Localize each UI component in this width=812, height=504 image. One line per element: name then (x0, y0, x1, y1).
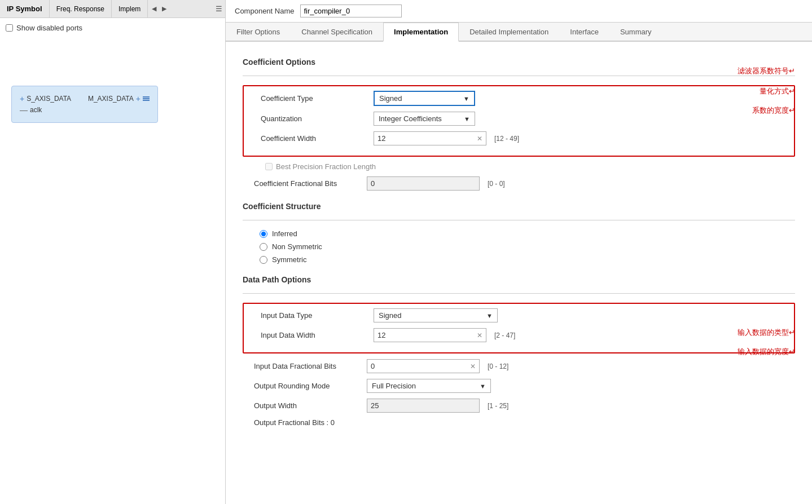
output-width-label: Output Width (254, 401, 367, 410)
show-disabled-checkbox[interactable] (6, 24, 13, 32)
input-width-row: Input Data Width 12 ✕ [2 - 47] (249, 328, 788, 342)
radio-symmetric[interactable] (260, 256, 267, 264)
radio-non-symmetric-label: Non Symmetric (272, 242, 322, 251)
coeff-frac-range: [0 - 0] (488, 180, 505, 188)
output-rounding-control: Full Precision ▼ (367, 379, 491, 393)
radio-non-symmetric[interactable] (260, 243, 267, 251)
quantization-dropdown[interactable]: Integer Coefficients ▼ (374, 112, 475, 126)
input-type-chevron: ▼ (486, 312, 493, 319)
output-rounding-row: Output Rounding Mode Full Precision ▼ (243, 379, 795, 393)
plus-icon-right[interactable]: + (136, 94, 141, 103)
tab-channel-spec[interactable]: Channel Specification (291, 23, 383, 41)
quantization-label: Quantization (261, 114, 374, 123)
input-type-label: Input Data Type (261, 311, 374, 320)
component-name-input[interactable] (300, 5, 402, 17)
coeff-width-range: [12 - 49] (494, 135, 519, 143)
input-type-control: Signed ▼ (374, 308, 498, 322)
tab-filter-options[interactable]: Filter Options (226, 23, 291, 41)
input-width-value: 12 (378, 331, 385, 339)
coeff-width-clear[interactable]: ✕ (477, 135, 482, 143)
s-axis-port: + S_AXIS_DATA (20, 94, 71, 103)
output-rounding-value: Full Precision (372, 382, 416, 390)
output-width-control: 25 [1 - 25] (367, 399, 508, 413)
coeff-type-dropdown[interactable]: Signed ▼ (374, 91, 475, 106)
radio-symmetric-label: Symmetric (272, 255, 306, 264)
left-content: Show disabled ports + S_AXIS_DATA M_AXIS… (0, 18, 225, 504)
tab-detailed-impl[interactable]: Detailed Implementation (459, 23, 559, 41)
input-frac-row: Input Data Fractional Bits 0 ✕ [0 - 12] (243, 359, 795, 373)
ip-block-row-data: + S_AXIS_DATA M_AXIS_DATA + (20, 94, 150, 103)
coeff-width-control: 12 ✕ [12 - 49] (374, 131, 519, 145)
tab-freq-response[interactable]: Freq. Response (50, 0, 112, 17)
best-precision-checkbox (265, 163, 273, 170)
input-type-row: Input Data Type Signed ▼ (249, 308, 788, 322)
best-precision-label: Best Precision Fraction Length (276, 162, 376, 171)
coeff-frac-input[interactable]: 0 (367, 176, 480, 191)
input-frac-input[interactable]: 0 ✕ (367, 359, 480, 373)
coeff-width-label: Coefficient Width (261, 134, 374, 143)
tab-implementation-left[interactable]: Implem (112, 0, 148, 17)
output-width-value: 25 (371, 401, 379, 410)
ip-diagram: + S_AXIS_DATA M_AXIS_DATA + (11, 86, 158, 123)
ip-block: + S_AXIS_DATA M_AXIS_DATA + (11, 86, 158, 123)
quantization-value: Integer Coefficients (379, 114, 442, 123)
input-width-control: 12 ✕ [2 - 47] (374, 328, 515, 342)
output-rounding-label: Output Rounding Mode (254, 382, 367, 390)
radio-non-symmetric-row: Non Symmetric (243, 242, 795, 251)
coeff-options-section: Coefficient Options Coefficient Type Sig… (243, 58, 795, 191)
show-disabled-label: Show disabled ports (16, 24, 82, 32)
tab-summary[interactable]: Summary (609, 23, 662, 41)
minus-icon: — (20, 105, 28, 114)
input-width-label: Input Data Width (261, 331, 374, 339)
radio-inferred[interactable] (260, 230, 267, 238)
ip-block-row-clk: — aclk (20, 105, 150, 114)
show-disabled-row: Show disabled ports (6, 24, 220, 32)
left-tab-bar: IP Symbol Freq. Response Implem ◀ ▶ ☰ (0, 0, 225, 18)
coeff-options-title: Coefficient Options (243, 58, 795, 67)
right-panel: Component Name Filter Options Channel Sp… (226, 0, 812, 504)
input-frac-range: [0 - 12] (488, 362, 508, 370)
output-width-input[interactable]: 25 (367, 399, 480, 413)
input-width-input[interactable]: 12 ✕ (374, 328, 486, 342)
aclk-port: — aclk (20, 105, 42, 114)
tab-ip-symbol[interactable]: IP Symbol (0, 0, 50, 17)
output-frac-row: Output Fractional Bits : 0 (243, 418, 795, 427)
coeff-width-input[interactable]: 12 ✕ (374, 131, 486, 145)
input-type-dropdown[interactable]: Signed ▼ (374, 308, 498, 322)
coeff-type-control: Signed ▼ (374, 91, 475, 106)
bus-icon-right (143, 96, 150, 101)
quantization-control: Integer Coefficients ▼ (374, 112, 475, 126)
output-frac-label: Output Fractional Bits : 0 (254, 418, 367, 427)
coeff-frac-row: Coefficient Fractional Bits 0 [0 - 0] (243, 176, 795, 191)
best-precision-row: Best Precision Fraction Length (254, 162, 795, 171)
plus-icon-left[interactable]: + (20, 94, 24, 103)
coeff-struct-divider (243, 220, 795, 220)
tab-nav-right-icon[interactable]: ▶ (159, 5, 169, 12)
coeff-frac-value: 0 (371, 179, 375, 188)
output-width-range: [1 - 25] (488, 402, 508, 410)
tab-implementation[interactable]: Implementation (383, 23, 459, 42)
quantization-row: Quantization Integer Coefficients ▼ (249, 112, 788, 126)
content-area: Coefficient Options Coefficient Type Sig… (226, 42, 812, 504)
radio-symmetric-row: Symmetric (243, 255, 795, 264)
coeff-type-row: Coefficient Type Signed ▼ (249, 91, 788, 106)
coeff-width-value: 12 (378, 134, 385, 143)
tab-nav-left-icon[interactable]: ◀ (149, 5, 159, 12)
input-width-range: [2 - 47] (494, 331, 515, 339)
coeff-red-box: Coefficient Type Signed ▼ Quantization (243, 85, 795, 157)
coeff-structure-section: Coefficient Structure Inferred Non Symme… (243, 202, 795, 264)
data-path-title: Data Path Options (243, 275, 795, 284)
coeff-frac-control: 0 [0 - 0] (367, 176, 505, 191)
main-tab-row: Filter Options Channel Specification Imp… (226, 23, 812, 42)
coeff-type-chevron: ▼ (463, 95, 469, 102)
component-bar: Component Name (226, 0, 812, 23)
radio-inferred-label: Inferred (272, 229, 297, 238)
input-width-clear[interactable]: ✕ (477, 331, 482, 339)
data-path-divider (243, 293, 795, 294)
m-axis-label: M_AXIS_DATA (88, 95, 134, 103)
tab-menu-icon[interactable]: ☰ (213, 5, 225, 13)
tab-interface[interactable]: Interface (559, 23, 609, 41)
input-frac-clear[interactable]: ✕ (470, 362, 476, 370)
output-rounding-dropdown[interactable]: Full Precision ▼ (367, 379, 491, 393)
input-frac-label: Input Data Fractional Bits (254, 362, 367, 370)
